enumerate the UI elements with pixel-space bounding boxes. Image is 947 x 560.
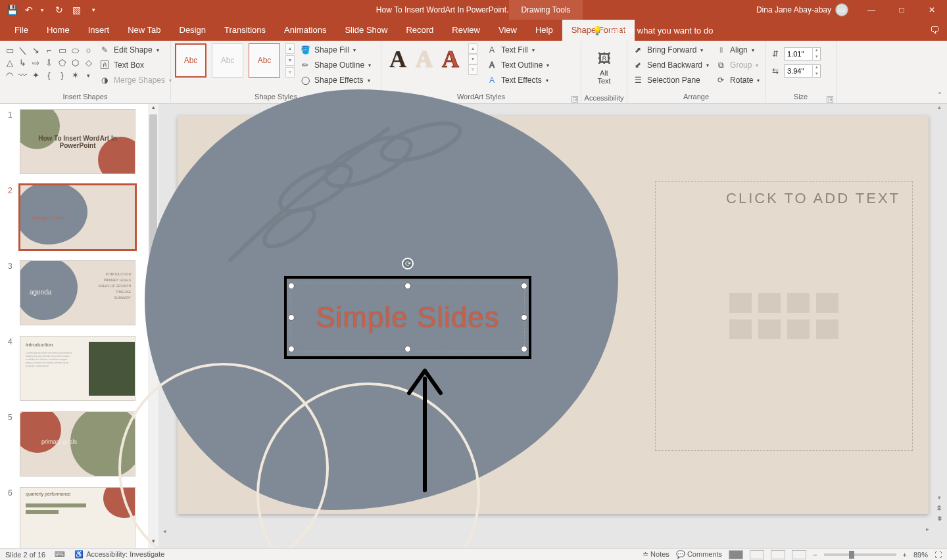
- tab-review[interactable]: Review: [443, 20, 489, 41]
- shape-style-spinner[interactable]: ▴▾▿: [285, 43, 295, 78]
- hscroll-right-icon[interactable]: ▸: [922, 526, 933, 532]
- wordart-styles-dialog-launcher[interactable]: ◲: [571, 96, 578, 103]
- tab-view[interactable]: View: [489, 20, 526, 41]
- shape-gallery[interactable]: ▭ ＼ ↘ ⌐ ▭ ⬭ ○ △ ↳ ⇨ ⇩ ⬠ ⬡ ◇ ◠ 〰 ✦ { } ✶: [4, 43, 94, 81]
- editor-hscroll[interactable]: ◂ ▸: [159, 526, 933, 536]
- text-effects-button[interactable]: AText Effects ▾: [485, 74, 550, 87]
- rotate-handle[interactable]: ⟳: [402, 258, 414, 269]
- thumbnail-4[interactable]: 4 introduction Lorem ipsum dolor sit ame…: [0, 331, 158, 406]
- zoom-level[interactable]: 89%: [913, 551, 928, 559]
- alt-text-button[interactable]: 🖼 Alt Text: [589, 43, 619, 91]
- tab-animations[interactable]: Animations: [275, 20, 335, 41]
- align-button[interactable]: ⫴Align ▾: [714, 43, 761, 57]
- shape-line2-icon[interactable]: ↘: [30, 45, 41, 56]
- undo-more-icon[interactable]: ▾: [37, 5, 47, 15]
- shape-freeform-icon[interactable]: ✦: [30, 70, 41, 81]
- shape-style-2[interactable]: Abc: [212, 43, 243, 78]
- zoom-slider[interactable]: [824, 553, 896, 556]
- insert-icon-icon[interactable]: [816, 319, 838, 339]
- shape-connector-icon[interactable]: ⌐: [43, 45, 55, 56]
- zoom-in-button[interactable]: +: [903, 551, 907, 559]
- normal-view-button[interactable]: [729, 550, 743, 559]
- content-placeholder[interactable]: CLICK TO ADD TEXT: [655, 181, 913, 451]
- next-slide-icon[interactable]: ⯯: [934, 515, 944, 526]
- tell-me-search[interactable]: 💡 Tell me what you want to do: [592, 20, 713, 41]
- hscroll-left-icon[interactable]: ◂: [159, 528, 170, 534]
- width-down[interactable]: ▾: [812, 71, 820, 78]
- editor-vscroll[interactable]: ▴ ▾ ⯭ ⯯: [934, 104, 944, 526]
- wordart-style-gallery[interactable]: A A A ▴▾▿: [385, 43, 481, 75]
- shape-style-1[interactable]: Abc: [175, 43, 206, 78]
- insert-table-icon[interactable]: [729, 293, 752, 313]
- shape-textbox-icon[interactable]: ▭: [4, 45, 15, 56]
- shape-outline-button[interactable]: ✏Shape Outline ▾: [299, 58, 372, 72]
- vscroll-up-icon[interactable]: ▴: [934, 104, 944, 114]
- thumbnail-2[interactable]: 2 Simple Slides: [0, 179, 158, 255]
- fit-to-window-button[interactable]: ⛶: [935, 551, 942, 559]
- resize-handle-ne[interactable]: [521, 283, 527, 289]
- shape-rect-icon[interactable]: ▭: [57, 45, 68, 56]
- notes-button[interactable]: ≐ Notes: [643, 550, 669, 559]
- insert-smartart-icon[interactable]: [787, 293, 810, 313]
- share-icon[interactable]: 🗨: [930, 20, 939, 41]
- tab-file[interactable]: File: [5, 20, 37, 41]
- tab-help[interactable]: Help: [526, 20, 562, 41]
- thumbnail-3[interactable]: 3 agenda INTRODUCTION PRIMARY GOALS AREA…: [0, 255, 158, 331]
- ribbon-display-options-icon[interactable]: ▭: [826, 0, 856, 20]
- shape-bracket-icon[interactable]: }: [57, 70, 68, 81]
- vscroll-down-icon[interactable]: ▾: [934, 494, 944, 505]
- shape-arrow-icon[interactable]: ⇨: [30, 57, 41, 68]
- slide-canvas[interactable]: CLICK TO ADD TEXT ⟳: [178, 116, 929, 514]
- prev-slide-icon[interactable]: ⯭: [934, 505, 944, 515]
- wordart-style-spinner[interactable]: ▴▾▿: [468, 43, 477, 75]
- shape-style-gallery[interactable]: Abc Abc Abc ▴▾▿: [175, 43, 295, 78]
- shape-effects-button[interactable]: ◯Shape Effects ▾: [299, 74, 372, 87]
- insert-video-icon[interactable]: [787, 319, 810, 339]
- minimize-icon[interactable]: ―: [856, 0, 886, 20]
- wordart-object[interactable]: ⟳ Simple Slides: [284, 276, 531, 359]
- resize-handle-nw[interactable]: [288, 283, 295, 289]
- wordart-text[interactable]: Simple Slides: [296, 288, 520, 347]
- shape-line-icon[interactable]: ＼: [17, 45, 28, 56]
- zoom-out-button[interactable]: −: [813, 551, 817, 559]
- tab-transitions[interactable]: Transitions: [215, 20, 275, 41]
- resize-handle-w[interactable]: [288, 314, 295, 321]
- scroll-up-icon[interactable]: ▴: [148, 104, 158, 114]
- shape-curve-icon[interactable]: 〰: [17, 70, 28, 81]
- accessibility-status[interactable]: ♿Accessibility: Investigate: [74, 550, 164, 559]
- zoom-knob[interactable]: [849, 551, 854, 559]
- shape-triangle-icon[interactable]: △: [4, 57, 15, 68]
- wordart-style-2[interactable]: A: [416, 45, 433, 73]
- reading-view-button[interactable]: [771, 550, 785, 559]
- redo-icon[interactable]: ↻: [54, 5, 64, 15]
- comments-button[interactable]: 💬 Comments: [676, 550, 722, 559]
- shape-star-icon[interactable]: ✶: [70, 70, 81, 81]
- wordart-style-1[interactable]: A: [389, 45, 406, 73]
- tab-design[interactable]: Design: [170, 20, 215, 41]
- insert-chart-icon[interactable]: [758, 293, 781, 313]
- resize-handle-se[interactable]: [521, 346, 527, 352]
- insert-online-picture-icon[interactable]: [758, 319, 781, 339]
- selection-pane-button[interactable]: ☰Selection Pane: [631, 74, 710, 87]
- shape-arc-icon[interactable]: ◠: [4, 70, 15, 81]
- slide-sorter-view-button[interactable]: [750, 550, 764, 559]
- width-up[interactable]: ▴: [812, 64, 820, 71]
- shape-oval-icon[interactable]: ○: [83, 45, 94, 56]
- shape-pentagon-icon[interactable]: ⬠: [57, 57, 68, 68]
- insert-picture-icon[interactable]: [729, 319, 752, 339]
- rotate-button[interactable]: ⟳Rotate ▾: [714, 74, 761, 87]
- close-icon[interactable]: ✕: [917, 0, 947, 20]
- shape-brace-icon[interactable]: {: [43, 70, 55, 81]
- slideshow-view-button[interactable]: [792, 550, 806, 559]
- tab-slideshow[interactable]: Slide Show: [335, 20, 397, 41]
- height-up[interactable]: ▴: [812, 47, 820, 54]
- text-outline-button[interactable]: AText Outline ▾: [485, 58, 550, 72]
- text-fill-button[interactable]: AText Fill ▾: [485, 43, 550, 57]
- send-backward-button[interactable]: ⬋Send Backward ▾: [631, 58, 710, 72]
- tab-home[interactable]: Home: [37, 20, 79, 41]
- text-box-button[interactable]: 🄰Text Box: [98, 58, 173, 72]
- shape-more-icon[interactable]: ▾: [83, 70, 94, 81]
- undo-icon[interactable]: ↶: [24, 5, 34, 15]
- shape-hexagon-icon[interactable]: ⬡: [70, 57, 81, 68]
- tab-insert[interactable]: Insert: [79, 20, 119, 41]
